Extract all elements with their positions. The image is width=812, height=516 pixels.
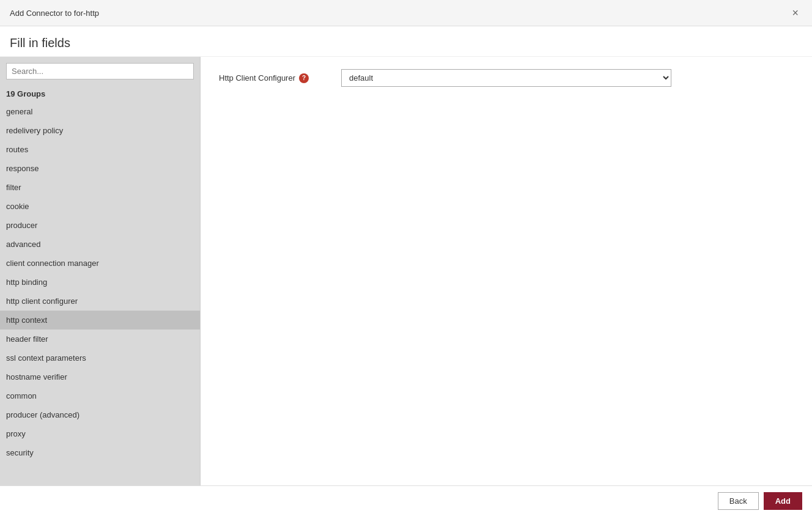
field-label: Http Client Configurer ? — [219, 73, 341, 83]
sidebar-item-general[interactable]: general — [0, 102, 200, 121]
search-input[interactable] — [6, 63, 194, 79]
main-content: Http Client Configurer ? default — [201, 57, 812, 485]
nav-list: generalredelivery policyroutesresponsefi… — [0, 102, 200, 485]
dialog-header: Add Connector to for-http × — [0, 0, 812, 26]
sidebar-item-producer[interactable]: producer — [0, 216, 200, 235]
sidebar: 19 Groups generalredelivery policyroutes… — [0, 57, 201, 485]
sidebar-item-proxy[interactable]: proxy — [0, 424, 200, 443]
dialog-body: 19 Groups generalredelivery policyroutes… — [0, 57, 812, 485]
sidebar-item-common[interactable]: common — [0, 386, 200, 405]
sidebar-item-header-filter[interactable]: header filter — [0, 330, 200, 348]
close-button[interactable]: × — [788, 6, 802, 20]
sidebar-item-http-client-configurer[interactable]: http client configurer — [0, 292, 200, 311]
page-title: Fill in fields — [0, 26, 812, 57]
sidebar-item-response[interactable]: response — [0, 159, 200, 178]
help-icon[interactable]: ? — [299, 73, 309, 83]
sidebar-item-http-context[interactable]: http context — [0, 311, 200, 330]
sidebar-item-hostname-verifier[interactable]: hostname verifier — [0, 367, 200, 386]
back-button[interactable]: Back — [718, 492, 759, 510]
sidebar-item-advanced[interactable]: advanced — [0, 235, 200, 254]
dialog: Add Connector to for-http × Fill in fiel… — [0, 0, 812, 516]
sidebar-item-security[interactable]: security — [0, 443, 200, 462]
groups-header: 19 Groups — [0, 86, 200, 102]
sidebar-item-ssl-context-parameters[interactable]: ssl context parameters — [0, 348, 200, 367]
add-button[interactable]: Add — [764, 492, 802, 510]
http-client-configurer-select[interactable]: default — [341, 69, 671, 87]
sidebar-item-filter[interactable]: filter — [0, 178, 200, 197]
field-input: default — [341, 69, 671, 87]
dialog-title: Add Connector to for-http — [10, 9, 99, 18]
sidebar-item-producer-advanced[interactable]: producer (advanced) — [0, 405, 200, 424]
sidebar-item-client-connection-manager[interactable]: client connection manager — [0, 254, 200, 273]
field-row: Http Client Configurer ? default — [219, 69, 794, 87]
sidebar-item-redelivery-policy[interactable]: redelivery policy — [0, 121, 200, 140]
field-label-text: Http Client Configurer — [219, 73, 295, 83]
dialog-footer: Back Add — [0, 485, 812, 516]
sidebar-item-http-binding[interactable]: http binding — [0, 273, 200, 292]
sidebar-item-cookie[interactable]: cookie — [0, 197, 200, 216]
search-container — [0, 57, 200, 86]
sidebar-item-routes[interactable]: routes — [0, 140, 200, 159]
